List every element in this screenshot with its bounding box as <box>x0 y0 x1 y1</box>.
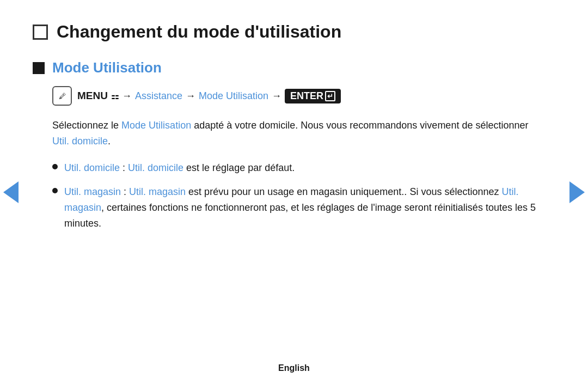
nav-right-button[interactable] <box>566 179 588 206</box>
footer: English <box>278 363 310 373</box>
menu-icon: 🖉 <box>52 86 72 106</box>
page-container: Changement du mode d'utilisation Mode Ut… <box>0 0 588 384</box>
bullet2-text1: est prévu pour un usage en magasin uniqu… <box>186 186 501 197</box>
bullet-dot-icon <box>52 188 58 193</box>
main-title-row: Changement du mode d'utilisation <box>33 22 544 42</box>
enter-symbol-icon: ↵ <box>325 91 335 101</box>
bullet2-link1: Util. magasin <box>64 186 121 197</box>
bullet1-link2: Util. domicile <box>128 162 183 173</box>
section-bullet-icon <box>33 62 45 74</box>
arrow2-icon: → <box>186 90 195 102</box>
bullet1-text: est le réglage par défaut. <box>183 162 295 173</box>
menu-grid-icon: ⚏ <box>111 91 119 101</box>
section-header: Mode Utilisation <box>33 59 544 76</box>
description: Sélectionnez le Mode Utilisation adapté … <box>52 118 544 149</box>
footer-text: English <box>278 363 310 373</box>
bullet2-content: Util. magasin : Util. magasin est prévu … <box>64 184 544 231</box>
bullet-dot-icon <box>52 164 58 169</box>
desc-link2: Util. domicile <box>52 136 108 147</box>
bullet2-sep: : <box>121 186 129 197</box>
checkbox-icon <box>33 25 48 40</box>
section: Mode Utilisation 🖉 MENU ⚏ → Assistance →… <box>33 59 544 240</box>
menu-step1: Assistance <box>135 90 182 102</box>
right-arrow-icon <box>569 181 585 203</box>
desc-part1: Sélectionnez le <box>52 120 121 131</box>
desc-part3: . <box>108 136 111 147</box>
bullet1-content: Util. domicile : Util. domicile est le r… <box>64 160 544 176</box>
menu-path: 🖉 MENU ⚏ → Assistance → Mode Utilisation… <box>52 86 544 106</box>
bullet1-link1: Util. domicile <box>64 162 120 173</box>
bullet2-text2: , certaines fonctions ne fonctionneront … <box>64 202 536 229</box>
main-title: Changement du mode d'utilisation <box>57 22 341 42</box>
menu-step2: Mode Utilisation <box>199 90 268 102</box>
enter-label: ENTER <box>290 90 323 102</box>
menu-label: MENU <box>77 90 108 102</box>
nav-left-button[interactable] <box>0 179 22 206</box>
section-title: Mode Utilisation <box>52 59 162 76</box>
list-item: Util. domicile : Util. domicile est le r… <box>52 160 544 176</box>
left-arrow-icon <box>3 181 19 203</box>
arrow1-icon: → <box>122 90 132 102</box>
list-item: Util. magasin : Util. magasin est prévu … <box>52 184 544 231</box>
desc-link1: Mode Utilisation <box>121 120 191 131</box>
arrow3-icon: → <box>272 90 281 102</box>
desc-part2: adapté à votre domicile. Nous vous recom… <box>191 120 528 131</box>
bullet1-sep: : <box>120 162 128 173</box>
bullet2-link2: Util. magasin <box>129 186 186 197</box>
bullet-list: Util. domicile : Util. domicile est le r… <box>52 160 544 231</box>
enter-button: ENTER ↵ <box>285 89 341 103</box>
